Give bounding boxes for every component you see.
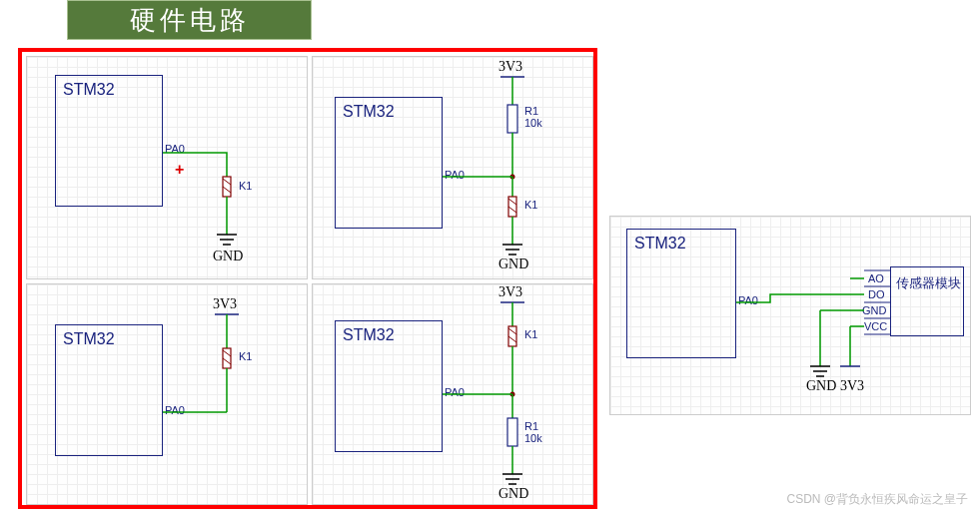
- schematic-pulldown-button: STM32 PA0 + K1 GND: [26, 56, 308, 279]
- schematic-pullup-resistor-button-low: STM32 PA0 3V3 R1 10k K1 GND: [312, 56, 593, 279]
- section-title: 硬件电路: [67, 0, 312, 40]
- svg-rect-1: [507, 105, 517, 133]
- gnd-label: GND: [213, 249, 243, 264]
- v3v3-label: 3V3: [498, 59, 522, 75]
- schematic-group-highlighted: STM32 PA0 + K1 GND STM32 PA0: [18, 48, 597, 509]
- k1-label: K1: [524, 328, 537, 340]
- gnd-label: GND: [498, 256, 528, 272]
- v3v3-label: 3V3: [213, 296, 237, 312]
- gnd-label: GND: [498, 486, 528, 502]
- v3v3-label: 3V3: [498, 284, 522, 300]
- r1-label: R1: [524, 420, 538, 432]
- watermark: CSDN @背负永恒疾风命运之皇子: [786, 491, 968, 508]
- wires-right: [610, 217, 972, 416]
- gnd-label: GND: [806, 378, 836, 394]
- r1-value: 10k: [524, 432, 542, 444]
- k1-label: K1: [239, 350, 252, 362]
- wires-br: [313, 284, 594, 506]
- v3v3-label: 3V3: [840, 378, 864, 394]
- schematic-pulldown-resistor-button-high: STM32 PA0 3V3 K1 R1 10k GND: [312, 283, 593, 505]
- wires-tl: [27, 57, 309, 280]
- schematic-sensor-module: STM32 PA0 传感器模块 AO DO GND VCC GND 3V3: [609, 216, 971, 415]
- r1-label: R1: [524, 105, 538, 117]
- k1-label: K1: [524, 199, 537, 211]
- r1-value: 10k: [524, 117, 542, 129]
- schematic-pullup-button: STM32 PA0 3V3 K1: [26, 283, 308, 505]
- k1-label: K1: [239, 180, 252, 192]
- wires-bl: [27, 284, 309, 506]
- svg-rect-7: [507, 418, 517, 446]
- wires-tr: [313, 57, 594, 280]
